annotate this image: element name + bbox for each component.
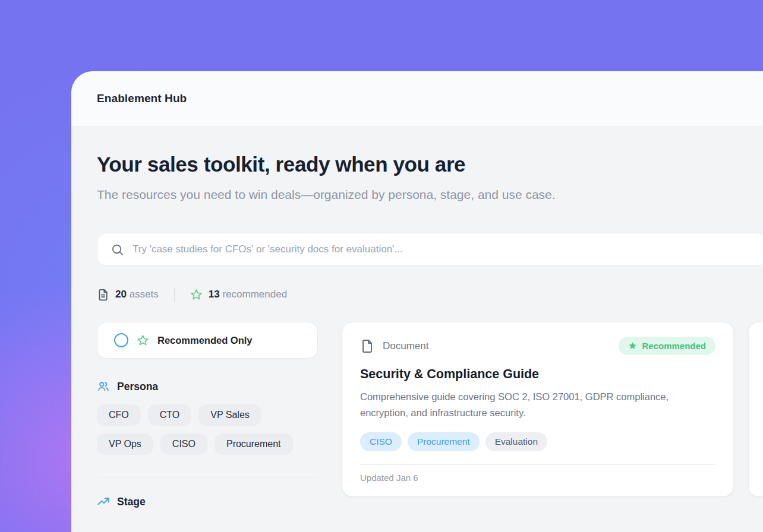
card-title: Security & Compliance Guide <box>360 367 715 382</box>
enablement-hub-panel: Enablement Hub Your sales toolkit, ready… <box>71 71 763 532</box>
card-type-row: Document Recommended <box>360 337 715 355</box>
stage-section-header: Stage <box>97 495 318 508</box>
asset-card-partial[interactable] <box>748 322 763 497</box>
recommended-count: 13 <box>209 289 220 300</box>
persona-chip-vp-sales[interactable]: VP Sales <box>198 404 261 426</box>
persona-chip-ciso[interactable]: CISO <box>160 433 207 455</box>
file-text-icon <box>97 289 109 301</box>
file-icon <box>360 339 374 353</box>
card-tags: CISO Procurement Evaluation <box>360 432 715 451</box>
card-footer-divider <box>360 464 715 465</box>
panel-header: Enablement Hub <box>71 71 763 126</box>
persona-chip-procurement[interactable]: Procurement <box>215 433 293 455</box>
recommended-only-toggle[interactable]: Recommended Only <box>97 322 318 359</box>
star-icon <box>190 289 203 301</box>
card-updated: Updated Jan 6 <box>360 473 715 483</box>
tag-procurement: Procurement <box>408 432 480 451</box>
assets-label: assets <box>130 289 159 300</box>
assets-stat: 20 assets <box>97 289 159 301</box>
sidebar-divider <box>97 477 318 477</box>
recommended-badge: Recommended <box>619 337 715 355</box>
card-type-label: Document <box>383 340 428 352</box>
page-title: Your sales toolkit, ready when you are <box>97 153 763 176</box>
star-icon <box>137 334 149 347</box>
persona-chips: CFO CTO VP Sales VP Ops CISO Procurement <box>97 404 318 455</box>
card-description: Comprehensive guide covering SOC 2, ISO … <box>360 389 693 420</box>
radio-circle-icon <box>114 333 128 347</box>
panel-body: Your sales toolkit, ready when you are T… <box>71 126 763 508</box>
assets-count: 20 <box>115 289 127 300</box>
persona-chip-vp-ops[interactable]: VP Ops <box>97 433 153 455</box>
recommended-only-label: Recommended Only <box>157 335 253 346</box>
content-columns: Recommended Only Persona CFO <box>97 322 763 508</box>
search-bar[interactable] <box>97 233 763 266</box>
recommended-badge-label: Recommended <box>642 341 706 351</box>
filters-sidebar: Recommended Only Persona CFO <box>97 322 318 508</box>
asset-cards: Document Recommended Security & Complian… <box>342 322 763 497</box>
search-icon <box>111 243 124 256</box>
persona-label: Persona <box>117 381 158 393</box>
persona-chip-cfo[interactable]: CFO <box>97 404 141 426</box>
app-title: Enablement Hub <box>97 92 187 105</box>
recommended-stat: 13 recommended <box>190 289 287 301</box>
persona-chip-cto[interactable]: CTO <box>148 404 191 426</box>
tag-evaluation: Evaluation <box>485 432 547 451</box>
card-type: Document <box>360 339 428 353</box>
stage-label: Stage <box>117 496 146 508</box>
stats-row: 20 assets 13 recommended <box>97 287 763 302</box>
trending-up-icon <box>97 495 110 508</box>
recommended-label: recommended <box>222 289 287 300</box>
tag-ciso: CISO <box>360 432 402 451</box>
asset-card-security-compliance-guide[interactable]: Document Recommended Security & Complian… <box>342 322 734 497</box>
persona-section-header: Persona <box>97 380 318 393</box>
users-icon <box>97 380 110 393</box>
page-subtitle: The resources you need to win deals—orga… <box>97 185 590 204</box>
search-input[interactable] <box>133 243 755 255</box>
stats-divider <box>174 287 175 302</box>
star-filled-icon <box>628 341 637 350</box>
